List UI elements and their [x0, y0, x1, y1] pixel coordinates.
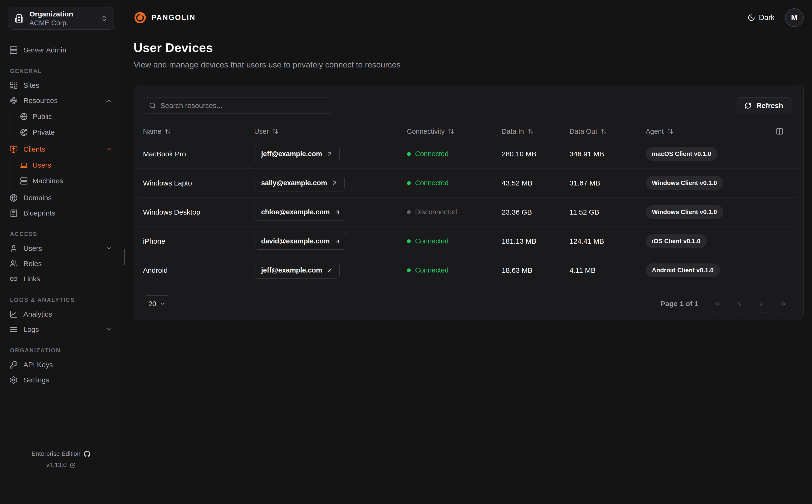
receipt-icon [10, 209, 18, 217]
building-icon [15, 14, 24, 23]
arrow-up-right-icon [332, 180, 338, 186]
user-icon [10, 244, 18, 252]
sidebar-item-client-users[interactable]: Users [10, 157, 122, 173]
sidebar-heading-general: GENERAL [10, 68, 122, 74]
main-content: PANGOLIN Dark M User Devices View and ma… [122, 0, 812, 504]
laptop-icon [20, 161, 28, 169]
chevrons-right-icon [780, 300, 787, 307]
topbar: PANGOLIN Dark M [134, 0, 804, 35]
sidebar-item-label: Users [23, 244, 42, 252]
sidebar-heading-access: ACCESS [10, 231, 122, 237]
user-link-button[interactable]: chloe@example.com [254, 204, 347, 221]
data-out-value: 31.67 MB [569, 179, 646, 187]
chevrons-left-icon [714, 300, 721, 307]
chevron-down-icon [106, 326, 112, 333]
first-page-button[interactable] [709, 295, 726, 313]
sidebar-item-links[interactable]: Links [0, 272, 122, 286]
avatar[interactable]: M [785, 8, 804, 27]
column-header-agent[interactable]: Agent [646, 128, 792, 135]
user-email: david@example.com [261, 237, 330, 245]
chevron-up-icon [106, 97, 112, 104]
sidebar-item-analytics[interactable]: Analytics [0, 307, 122, 321]
data-out-value: 124.41 MB [569, 237, 646, 245]
status-dot-icon [407, 181, 411, 185]
column-header-name[interactable]: Name [143, 128, 254, 135]
column-label: Data In [502, 128, 524, 135]
org-switcher[interactable]: Organization ACME Corp. [8, 7, 114, 30]
sidebar-nav: Server Admin GENERAL Sites Resources Pub… [0, 36, 122, 388]
search-input[interactable] [160, 102, 327, 110]
sidebar-item-api-keys[interactable]: API Keys [0, 358, 122, 372]
agent-badge: Windows Client v0.1.0 [646, 205, 723, 219]
sidebar-item-users[interactable]: Users [0, 241, 122, 256]
arrow-up-right-icon [327, 151, 333, 157]
agent-badge: Windows Client v0.1.0 [646, 176, 723, 190]
version-line[interactable]: v1.13.0 [0, 461, 122, 469]
sort-icon [272, 128, 278, 134]
sidebar-item-blueprints[interactable]: Blueprints [0, 206, 122, 220]
column-header-data-out[interactable]: Data Out [569, 128, 646, 135]
sidebar-item-machines[interactable]: Machines [10, 173, 122, 189]
refresh-button[interactable]: Refresh [736, 97, 792, 114]
column-header-connectivity[interactable]: Connectivity [407, 128, 502, 135]
edition-line[interactable]: Enterprise Edition [0, 450, 122, 458]
search-box[interactable] [143, 98, 333, 114]
sidebar-item-label: Analytics [23, 310, 52, 318]
next-page-button[interactable] [753, 295, 770, 313]
sidebar-item-server-admin[interactable]: Server Admin [0, 43, 122, 57]
sidebar-scrollbar-thumb[interactable] [124, 249, 125, 265]
table-header-row: Name User Connectivity Data In [137, 123, 798, 139]
data-in-value: 18.63 MB [502, 266, 569, 274]
user-link-button[interactable]: sally@example.com [254, 175, 345, 191]
link-icon [10, 275, 18, 283]
sidebar-item-label: Public [32, 113, 52, 121]
sidebar-item-label: Resources [23, 97, 57, 105]
table-row: MacBook Pro jeff@example.com Connected 2… [137, 139, 798, 168]
previous-page-button[interactable] [731, 295, 748, 313]
agent-badge: iOS Client v0.1.0 [646, 234, 707, 248]
sidebar-item-domains[interactable]: Domains [0, 191, 122, 205]
sidebar-item-clients[interactable]: Clients [0, 142, 122, 156]
pangolin-logo-icon [134, 11, 146, 24]
sidebar-item-roles[interactable]: Roles [0, 257, 122, 271]
columns-icon[interactable] [776, 128, 783, 135]
chevron-up-icon [106, 146, 112, 153]
last-page-button[interactable] [775, 295, 792, 313]
table-row: Windows Lapto sally@example.com Connecte… [137, 168, 798, 197]
sidebar-item-settings[interactable]: Settings [0, 373, 122, 387]
theme-toggle[interactable]: Dark [748, 13, 775, 22]
app: Organization ACME Corp. Server Admin GEN… [0, 0, 812, 504]
device-name: MacBook Pro [143, 150, 254, 158]
sidebar-item-label: Links [23, 275, 40, 283]
sidebar-item-label: Roles [23, 260, 42, 268]
brand[interactable]: PANGOLIN [134, 11, 195, 24]
column-header-user[interactable]: User [254, 128, 407, 135]
key-icon [10, 361, 18, 369]
table-row: Windows Desktop chloe@example.com Discon… [137, 197, 798, 226]
status-label: Connected [415, 237, 448, 245]
globe-icon [20, 113, 28, 120]
column-label: User [254, 128, 269, 135]
column-label: Agent [646, 128, 664, 135]
user-link-button[interactable]: jeff@example.com [254, 262, 340, 279]
sidebar-footer: Enterprise Edition v1.13.0 [0, 450, 122, 504]
user-link-button[interactable]: david@example.com [254, 233, 347, 250]
sidebar-item-resources[interactable]: Resources [0, 93, 122, 108]
sort-icon [165, 128, 171, 134]
page-size-select[interactable]: 20 [143, 295, 171, 312]
agent-badge: Android Client v0.1.0 [646, 263, 720, 277]
sidebar-item-sites[interactable]: Sites [0, 78, 122, 93]
sidebar-item-logs[interactable]: Logs [0, 322, 122, 337]
waypoints-icon [10, 97, 18, 105]
sidebar-item-label: Domains [23, 194, 52, 202]
data-in-value: 181.13 MB [502, 237, 569, 245]
connectivity-status: Connected [407, 237, 502, 245]
column-header-data-in[interactable]: Data In [502, 128, 569, 135]
sidebar-item-label: Sites [23, 81, 39, 89]
page-status: Page 1 of 1 [661, 300, 698, 308]
data-out-value: 346.91 MB [569, 150, 646, 158]
column-label: Connectivity [407, 128, 445, 135]
user-link-button[interactable]: jeff@example.com [254, 146, 340, 162]
sidebar-item-public[interactable]: Public [10, 109, 122, 124]
sidebar-item-private[interactable]: Private [10, 124, 122, 140]
